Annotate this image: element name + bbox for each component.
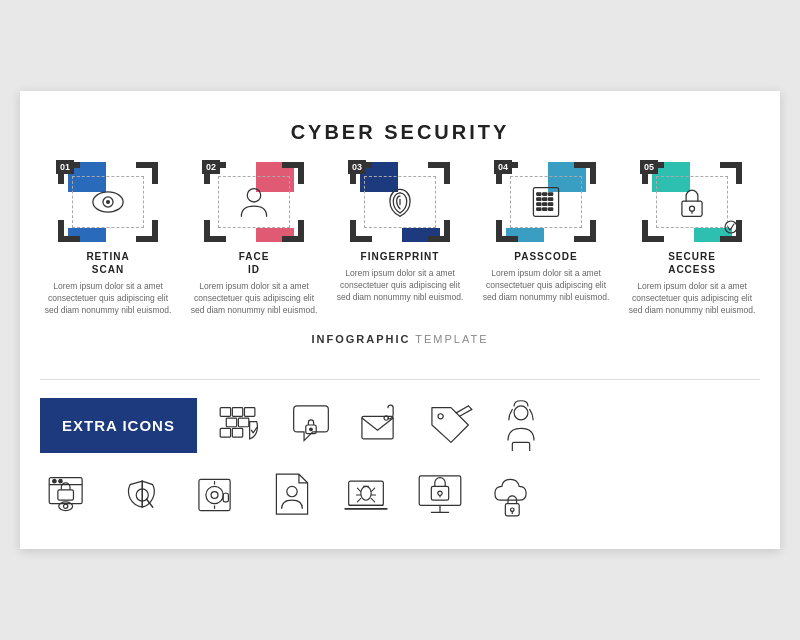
svg-rect-4: [533, 188, 558, 217]
svg-point-18: [689, 206, 694, 211]
step-1: 01 RETINASCAN Lorem ipsum d: [40, 162, 176, 317]
corner-tr3: [428, 162, 450, 184]
svg-rect-5: [537, 193, 541, 196]
svg-point-36: [514, 406, 528, 420]
checkmark-icon: [724, 220, 738, 234]
extra-icons-row-2: [40, 469, 760, 521]
lock-icon: [671, 181, 713, 223]
step-5-label: SECUREACCESS: [668, 250, 716, 276]
svg-rect-8: [537, 198, 541, 201]
svg-point-41: [53, 479, 56, 482]
phishing-mail-icon-item: [355, 399, 407, 451]
svg-rect-17: [682, 201, 702, 216]
svg-rect-49: [206, 486, 223, 503]
svg-line-64: [371, 499, 374, 502]
svg-line-34: [468, 406, 471, 409]
svg-point-73: [511, 508, 514, 511]
corner-bl3: [350, 220, 372, 242]
browser-lock-eye-icon: [44, 469, 96, 521]
main-card: CYBER SECURITY 01: [20, 91, 780, 549]
svg-rect-25: [238, 418, 248, 427]
step-4-number: 04: [494, 160, 512, 174]
step-1-desc: Lorem ipsum dolor sit a amet consectetue…: [40, 281, 176, 317]
svg-rect-14: [537, 208, 541, 211]
infographic-label: INFOGRAPHIC TEMPLATE: [40, 333, 760, 345]
person-icon: [233, 181, 275, 223]
step-3-label: FINGERPRINT: [361, 250, 440, 263]
phishing-mail-icon: [355, 399, 407, 451]
svg-rect-26: [220, 429, 230, 438]
svg-point-2: [106, 200, 110, 204]
svg-rect-7: [549, 193, 553, 196]
step-5-desc: Lorem ipsum dolor sit a amet consectetue…: [624, 281, 760, 317]
corner-bl2: [204, 220, 226, 242]
svg-rect-22: [232, 408, 242, 417]
svg-rect-13: [549, 203, 553, 206]
fingerprint-icon: [379, 181, 421, 223]
extra-icons-badge: EXTRA ICONS: [40, 398, 197, 454]
svg-rect-69: [431, 486, 448, 500]
safe-lock-icon-item: [192, 469, 244, 521]
top-section: CYBER SECURITY 01: [40, 111, 760, 365]
step-1-frame: 01: [58, 162, 158, 242]
laptop-bug-icon-item: [340, 469, 392, 521]
svg-rect-55: [349, 481, 384, 505]
browser-lock-eye-icon-item: [44, 469, 96, 521]
step-2: 02 FACEID Lorem ipsum dolor sit a amet c…: [186, 162, 322, 317]
svg-point-20: [725, 221, 737, 233]
svg-rect-16: [549, 208, 553, 211]
corner-tr: [136, 162, 158, 184]
monitor-lock-icon-item: [414, 469, 466, 521]
corner-bl: [58, 220, 80, 242]
step-3-icon: [379, 181, 421, 223]
document-user-icon: [266, 469, 318, 521]
step-1-icon: [87, 181, 129, 223]
cloud-lock-icon-item: [488, 469, 540, 521]
chat-lock-icon-item: [285, 399, 337, 451]
svg-rect-12: [543, 203, 547, 206]
step-2-number: 02: [202, 160, 220, 174]
step-2-icon: [233, 181, 275, 223]
section-divider: [40, 379, 760, 380]
step-4-frame: 04: [496, 162, 596, 242]
hacker-icon-item: [495, 399, 547, 451]
wall-shield-icon-item: [215, 399, 267, 451]
steps-row: 01 RETINASCAN Lorem ipsum d: [40, 162, 760, 317]
step-5-icon: [671, 181, 713, 223]
document-user-icon-item: [266, 469, 318, 521]
step-5-number: 05: [640, 160, 658, 174]
extra-icons-row-1: EXTRA ICONS: [40, 398, 760, 454]
svg-rect-9: [543, 198, 547, 201]
eye-icon: [87, 181, 129, 223]
step-2-desc: Lorem ipsum dolor sit a amet consectetue…: [186, 281, 322, 317]
svg-rect-10: [549, 198, 553, 201]
hacker-icon: [495, 399, 547, 451]
svg-point-32: [438, 414, 443, 419]
svg-rect-6: [543, 193, 547, 196]
step-4-desc: Lorem ipsum dolor sit a amet consectetue…: [478, 268, 614, 304]
svg-rect-24: [226, 418, 236, 427]
svg-rect-21: [220, 408, 230, 417]
svg-rect-43: [58, 490, 74, 500]
corner-tr4: [574, 162, 596, 184]
svg-rect-11: [537, 203, 541, 206]
svg-rect-37: [512, 443, 529, 452]
monitor-lock-icon: [414, 469, 466, 521]
corner-br2: [282, 220, 304, 242]
search-shield-icon: [118, 469, 170, 521]
svg-rect-50: [211, 492, 218, 499]
step-4-label: PASSCODE: [514, 250, 577, 263]
svg-point-70: [438, 491, 442, 495]
step-3: 03: [332, 162, 468, 304]
step-5: 05: [624, 162, 760, 317]
svg-point-58: [361, 486, 371, 500]
svg-rect-15: [543, 208, 547, 211]
corner-tr2: [282, 162, 304, 184]
step-3-desc: Lorem ipsum dolor sit a amet consectetue…: [332, 268, 468, 304]
corner-tr5: [720, 162, 742, 184]
svg-point-54: [287, 486, 297, 496]
svg-point-29: [310, 428, 313, 431]
step-3-frame: 03: [350, 162, 450, 242]
step-4: 04: [478, 162, 614, 304]
step-2-frame: 02: [204, 162, 304, 242]
